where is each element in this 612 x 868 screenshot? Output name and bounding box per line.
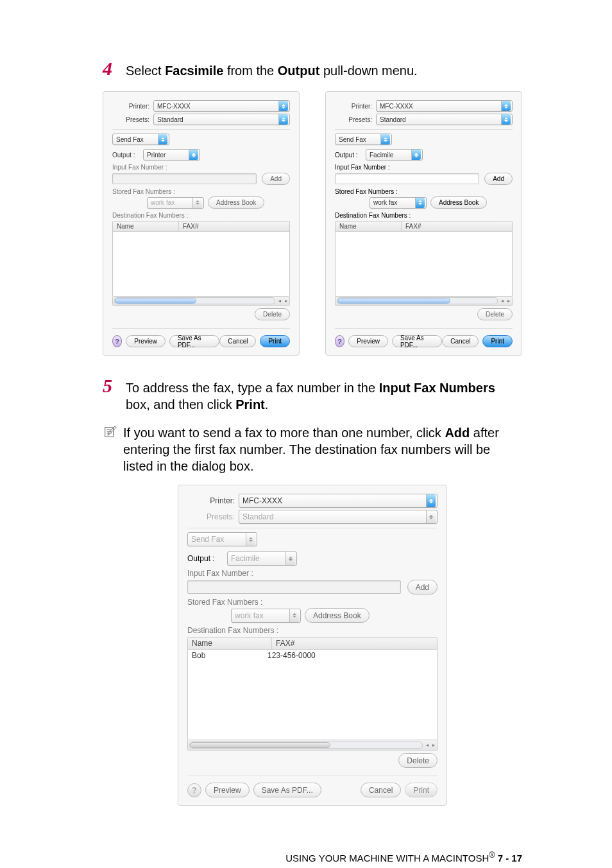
- step4-text-mid: from the: [223, 64, 277, 78]
- stored-select[interactable]: work fax: [147, 197, 204, 209]
- input-fax-field[interactable]: [187, 580, 401, 594]
- dialog-before: Printer: MFC-XXXX Presets: Standard Send…: [103, 91, 300, 356]
- input-fax-field[interactable]: [335, 173, 479, 184]
- stored-value: work fax: [373, 199, 397, 206]
- presets-value: Standard: [242, 512, 274, 521]
- step5-bold1: Input Fax Numbers: [379, 381, 495, 395]
- scroll-left-icon[interactable]: ◂: [499, 298, 506, 304]
- pane-tab-select[interactable]: Send Fax: [112, 134, 169, 145]
- printer-value: MFC-XXXX: [242, 496, 282, 505]
- scroll-right-icon[interactable]: ▸: [430, 742, 437, 748]
- help-icon[interactable]: ?: [187, 783, 201, 797]
- dest-fax-label: Destination Fax Numbers :: [112, 212, 290, 219]
- chevron-updown-icon: [411, 150, 421, 160]
- pane-tab-select[interactable]: Send Fax: [187, 532, 257, 546]
- cancel-button[interactable]: Cancel: [219, 335, 256, 347]
- chevron-updown-icon: [158, 134, 167, 144]
- address-book-button[interactable]: Address Book: [305, 608, 370, 623]
- scroll-right-icon[interactable]: ▸: [283, 298, 289, 304]
- presets-select[interactable]: Standard: [376, 114, 513, 125]
- cancel-button[interactable]: Cancel: [361, 783, 401, 797]
- input-fax-label: Input Fax Number :: [187, 569, 438, 578]
- dest-table-body: [113, 232, 289, 296]
- output-value: Printer: [147, 152, 166, 159]
- chevron-updown-icon: [380, 134, 390, 144]
- note-text: If you want to send a fax to more than o…: [123, 424, 522, 474]
- chevron-updown-icon: [285, 552, 295, 565]
- help-icon[interactable]: ?: [112, 335, 122, 347]
- cancel-button[interactable]: Cancel: [442, 335, 479, 347]
- output-value: Facimile: [370, 152, 393, 159]
- save-pdf-button[interactable]: Save As PDF...: [169, 335, 219, 347]
- scroll-right-icon[interactable]: ▸: [506, 298, 512, 304]
- output-label: Output :: [335, 152, 366, 159]
- chevron-updown-icon: [278, 114, 288, 125]
- stored-select[interactable]: work fax: [231, 609, 301, 623]
- print-button[interactable]: Print: [260, 335, 290, 347]
- footer-text: USING YOUR MACHINE WITH A MACINTOSH: [285, 853, 489, 864]
- row-name: Bob: [192, 651, 268, 660]
- table-scrollbar[interactable]: ◂ ▸: [335, 297, 513, 306]
- col-name: Name: [113, 221, 179, 231]
- output-value: Facimile: [231, 554, 260, 563]
- presets-select[interactable]: Standard: [153, 114, 290, 125]
- step4-bold2: Output: [278, 64, 320, 78]
- step4-dialogs-row: Printer: MFC-XXXX Presets: Standard Send…: [103, 91, 522, 356]
- stored-select[interactable]: work fax: [370, 197, 427, 209]
- printer-select[interactable]: MFC-XXXX: [376, 100, 513, 112]
- pane-tab-select[interactable]: Send Fax: [335, 134, 392, 145]
- col-name: Name: [188, 638, 272, 649]
- output-select[interactable]: Facimile: [366, 149, 423, 161]
- input-fax-label: Input Fax Number :: [112, 164, 290, 171]
- help-icon[interactable]: ?: [335, 335, 344, 347]
- col-fax: FAX#: [272, 638, 437, 649]
- delete-button[interactable]: Delete: [255, 308, 290, 320]
- save-pdf-button[interactable]: Save As PDF...: [253, 783, 321, 797]
- table-row[interactable]: Bob 123-456-0000: [188, 650, 437, 661]
- preview-button[interactable]: Preview: [205, 783, 250, 797]
- note-bold1: Add: [445, 426, 470, 440]
- stored-value: work fax: [151, 199, 174, 206]
- stored-fax-label: Stored Fax Numbers :: [335, 188, 513, 195]
- add-button[interactable]: Add: [407, 580, 438, 595]
- address-book-button[interactable]: Address Book: [430, 196, 487, 209]
- add-button[interactable]: Add: [484, 173, 513, 185]
- row-fax: 123-456-0000: [268, 651, 316, 660]
- table-scrollbar[interactable]: ◂ ▸: [187, 740, 438, 751]
- address-book-button[interactable]: Address Book: [208, 196, 264, 209]
- table-scrollbar[interactable]: ◂ ▸: [112, 297, 290, 306]
- printer-select[interactable]: MFC-XXXX: [153, 100, 290, 112]
- dest-table: Name FAX#: [335, 221, 513, 297]
- pane-tab-value: Send Fax: [116, 136, 144, 143]
- dest-table-body: Bob 123-456-0000: [188, 650, 437, 740]
- add-button[interactable]: Add: [262, 173, 290, 185]
- presets-label: Presets:: [112, 116, 149, 123]
- step5-text-pre: To address the fax, type a fax number in…: [126, 381, 379, 395]
- scroll-left-icon[interactable]: ◂: [424, 742, 430, 748]
- print-button[interactable]: Print: [482, 335, 513, 347]
- step4-bold1: Facsimile: [165, 64, 223, 78]
- dialog-footer: ? Preview Save As PDF... Cancel Print: [112, 328, 290, 347]
- dest-fax-label: Destination Fax Numbers :: [335, 212, 513, 219]
- output-select[interactable]: Printer: [143, 149, 200, 161]
- output-select[interactable]: Facimile: [227, 551, 297, 566]
- presets-select[interactable]: Standard: [239, 510, 438, 524]
- delete-button[interactable]: Delete: [477, 308, 513, 320]
- step5-text-mid: box, and then click: [126, 397, 235, 412]
- input-fax-field[interactable]: [112, 173, 257, 184]
- page-footer: USING YOUR MACHINE WITH A MACINTOSH® 7 -…: [103, 851, 522, 864]
- presets-label: Presets:: [187, 512, 235, 521]
- divider: [187, 528, 438, 528]
- step-4: 4 Select Facsimile from the Output pull-…: [103, 58, 522, 80]
- print-button[interactable]: Print: [405, 783, 438, 797]
- scroll-left-icon[interactable]: ◂: [276, 298, 283, 304]
- save-pdf-button[interactable]: Save As PDF...: [392, 335, 442, 347]
- col-name: Name: [336, 221, 402, 231]
- preview-button[interactable]: Preview: [348, 335, 388, 347]
- dialog-after: Printer: MFC-XXXX Presets: Standard Send…: [325, 91, 522, 356]
- preview-button[interactable]: Preview: [126, 335, 166, 347]
- delete-button[interactable]: Delete: [398, 753, 438, 768]
- printer-select[interactable]: MFC-XXXX: [239, 494, 438, 508]
- step4-number: 4: [103, 58, 126, 80]
- col-fax: FAX#: [402, 221, 512, 231]
